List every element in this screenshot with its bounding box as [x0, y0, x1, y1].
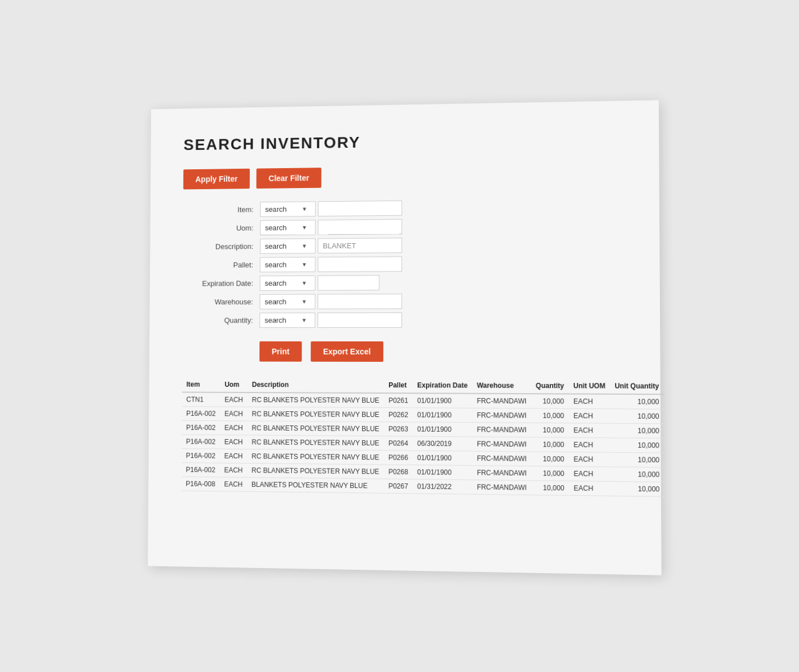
cell-exp-date: 01/01/1900	[412, 421, 472, 436]
filter-input-expiration-date[interactable]	[317, 275, 379, 290]
cell-uom: EACH	[220, 420, 247, 435]
cell-quantity: 10,000	[531, 437, 568, 452]
export-excel-button[interactable]: Export Excel	[311, 341, 383, 361]
cell-unit-uom: EACH	[569, 481, 610, 495]
cell-pallet: P0264	[383, 436, 412, 450]
col-header-unit-quantity: Unit Quantity	[610, 378, 664, 394]
cell-item: P16A-008	[181, 477, 220, 491]
filter-input-pallet[interactable]	[317, 256, 402, 272]
col-header-warehouse: Warehouse	[472, 378, 531, 394]
cell-uom: EACH	[219, 477, 246, 491]
filter-row-uom: Uom: search ▼	[183, 217, 624, 236]
filter-input-uom[interactable]	[317, 219, 402, 235]
cell-unit-qty: 10,000	[610, 481, 664, 496]
col-header-pallet: Pallet	[384, 377, 413, 393]
cell-unit-uom: EACH	[568, 466, 610, 481]
filter-row-item: Item: search ▼	[183, 198, 624, 217]
cell-warehouse: FRC-MANDAWI	[472, 408, 531, 423]
cell-quantity: 10,000	[531, 452, 568, 466]
cell-warehouse: FRC-MANDAWI	[472, 436, 531, 451]
cell-item: P16A-002	[181, 448, 220, 462]
chevron-down-icon-5: ▼	[301, 279, 307, 286]
col-header-item: Item	[182, 377, 220, 392]
cell-quantity: 10,000	[531, 480, 568, 495]
table-header-row: Item Uom Description Pallet Expiration D…	[182, 377, 664, 394]
filter-dropdown-quantity[interactable]: search ▼	[260, 312, 315, 328]
cell-uom: EACH	[220, 435, 247, 449]
cell-item: CTN1	[182, 392, 220, 407]
cell-quantity: 10,000	[531, 466, 568, 481]
cell-quantity: 10,000	[531, 394, 568, 408]
filter-dropdown-item[interactable]: search ▼	[260, 201, 315, 217]
cell-uom: EACH	[219, 463, 246, 477]
filter-section: Item: search ▼ Uom: search ▼ Description…	[182, 198, 625, 328]
filter-dropdown-description[interactable]: search ▼	[260, 238, 315, 253]
filter-label-description: Description:	[183, 242, 260, 251]
cell-item: P16A-002	[181, 462, 220, 477]
cell-quantity: 10,000	[531, 408, 568, 423]
chevron-down-icon-7: ▼	[301, 317, 307, 323]
cell-pallet: P0261	[384, 393, 413, 408]
filter-dropdown-pallet[interactable]: search ▼	[260, 257, 315, 272]
cell-exp-date: 01/01/1900	[412, 407, 472, 422]
cell-description: RC BLANKETS POLYESTER NAVY BLUE	[247, 392, 383, 407]
cell-description: RC BLANKETS POLYESTER NAVY BLUE	[247, 463, 384, 479]
cell-exp-date: 01/01/1900	[412, 465, 472, 479]
col-header-uom: Uom	[220, 377, 247, 393]
apply-filter-button[interactable]: Apply Filter	[183, 168, 249, 189]
filter-row-quantity: Quantity: search ▼	[182, 312, 625, 328]
filter-label-uom: Uom:	[183, 223, 260, 232]
filter-input-description[interactable]	[317, 237, 402, 253]
table-row: CTN1 EACH RC BLANKETS POLYESTER NAVY BLU…	[182, 392, 664, 409]
cell-item: P16A-002	[182, 406, 220, 420]
cell-uom: EACH	[220, 406, 247, 420]
cell-pallet: P0268	[383, 464, 412, 479]
filter-label-expiration-date: Expiration Date:	[182, 279, 260, 287]
cell-uom: EACH	[220, 392, 247, 406]
cell-exp-date: 01/01/1900	[412, 450, 472, 465]
cell-unit-qty: 10,000	[610, 408, 664, 423]
cell-pallet: P0263	[383, 421, 412, 436]
clear-filter-button[interactable]: Clear Filter	[256, 168, 321, 189]
cell-unit-uom: EACH	[568, 423, 610, 437]
cell-unit-qty: 10,000	[610, 437, 664, 452]
filter-input-warehouse[interactable]	[317, 294, 402, 309]
filter-dropdown-expiration-date[interactable]: search ▼	[260, 275, 315, 290]
cell-pallet: P0267	[383, 479, 412, 494]
filter-dropdown-uom[interactable]: search ▼	[260, 219, 315, 235]
filter-label-warehouse: Warehouse:	[182, 297, 260, 306]
col-header-description: Description	[247, 377, 383, 393]
cell-unit-uom: EACH	[568, 437, 610, 452]
cell-description: BLANKETS POLYESTER NAVY BLUE	[246, 477, 383, 493]
cell-description: RC BLANKETS POLYESTER NAVY BLUE	[247, 407, 384, 421]
cell-exp-date: 01/01/1900	[412, 393, 472, 408]
filter-label-quantity: Quantity:	[182, 316, 260, 324]
col-header-expiration-date: Expiration Date	[412, 378, 472, 394]
filter-input-quantity[interactable]	[317, 312, 402, 328]
cell-description: RC BLANKETS POLYESTER NAVY BLUE	[247, 421, 384, 436]
cell-unit-uom: EACH	[568, 408, 610, 423]
print-button[interactable]: Print	[259, 341, 302, 361]
cell-description: RC BLANKETS POLYESTER NAVY BLUE	[247, 435, 384, 450]
cell-unit-qty: 10,000	[610, 394, 664, 409]
cell-quantity: 10,000	[531, 423, 568, 437]
col-header-quantity: Quantity	[531, 378, 568, 394]
cell-item: P16A-002	[181, 434, 220, 448]
filter-label-pallet: Pallet:	[182, 260, 260, 269]
filter-dropdown-warehouse[interactable]: search ▼	[260, 294, 315, 309]
filter-input-item[interactable]	[317, 200, 401, 216]
action-row: Print Export Excel	[182, 341, 625, 362]
filter-row-pallet: Pallet: search ▼	[182, 254, 624, 272]
cell-warehouse: FRC-MANDAWI	[472, 393, 531, 408]
chevron-down-icon-2: ▼	[302, 224, 307, 231]
chevron-down-icon: ▼	[302, 206, 307, 212]
results-table: Item Uom Description Pallet Expiration D…	[181, 377, 664, 496]
cell-warehouse: FRC-MANDAWI	[472, 465, 531, 480]
chevron-down-icon-3: ▼	[302, 243, 307, 249]
cell-unit-qty: 10,000	[610, 466, 664, 482]
col-header-unit-uom: Unit UOM	[568, 378, 610, 394]
chevron-down-icon-4: ▼	[302, 261, 307, 268]
cell-warehouse: FRC-MANDAWI	[472, 479, 531, 495]
page-container: SEARCH INVENTORY Apply Filter Clear Filt…	[148, 100, 661, 575]
cell-description: RC BLANKETS POLYESTER NAVY BLUE	[247, 449, 384, 464]
